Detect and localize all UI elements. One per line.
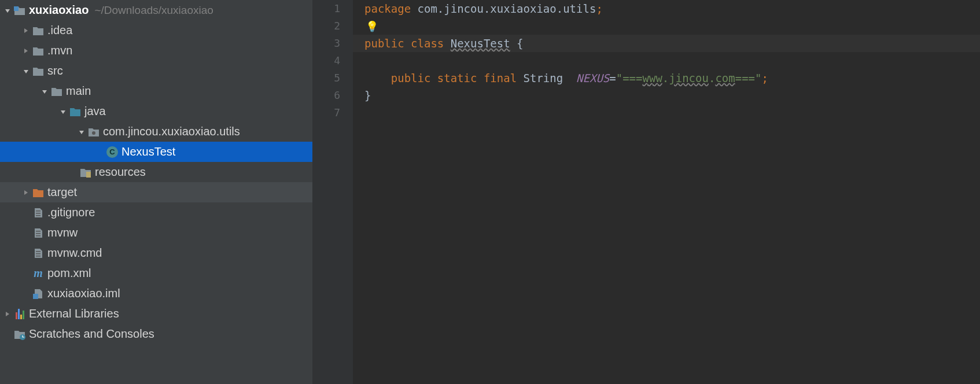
code-line-6: }: [364, 87, 980, 104]
string-part: .: [662, 72, 669, 84]
chevron-right-icon: [3, 310, 12, 318]
tree-row-mvnwcmd[interactable]: mvnw.cmd: [0, 243, 312, 263]
keyword-modifiers: public static final: [364, 72, 524, 84]
tree-item-label: NexusTest: [121, 145, 175, 158]
chevron-down-icon: [59, 108, 67, 116]
file-icon: [32, 248, 44, 259]
tree-row-java[interactable]: java: [0, 101, 312, 121]
tree-row-pom[interactable]: m pom.xml: [0, 263, 312, 283]
folder-icon: [51, 86, 62, 97]
code-line-3: public class NexusTest {: [364, 35, 980, 52]
string-quote: ": [616, 72, 622, 84]
class-name: NexusTest: [451, 37, 510, 50]
tree-row-mvnw[interactable]: mvnw: [0, 223, 312, 243]
tree-row-gitignore[interactable]: .gitignore: [0, 202, 312, 223]
tree-item-label: mvnw: [47, 226, 78, 239]
semicolon: ;: [761, 72, 768, 84]
tree-row-package[interactable]: com.jincou.xuxiaoxiao.utils: [0, 121, 312, 142]
svg-rect-2: [86, 172, 91, 178]
string-part: com: [715, 72, 735, 84]
equals-op: =: [609, 72, 616, 84]
svg-rect-11: [36, 256, 40, 257]
file-icon: [32, 207, 44, 219]
string-part: ===: [622, 72, 642, 84]
line-number: 1: [312, 0, 340, 17]
chevron-down-icon: [22, 67, 30, 75]
keyword-package: package: [364, 2, 418, 15]
project-root-label: xuxiaoxiao: [29, 3, 89, 17]
tree-item-label: External Libraries: [29, 307, 119, 320]
svg-rect-3: [36, 211, 40, 212]
code-line-7: [364, 104, 980, 121]
chevron-right-icon: [22, 47, 30, 55]
chevron-down-icon: [3, 6, 12, 14]
string-part: www: [643, 72, 662, 84]
tree-item-label: resources: [95, 165, 146, 179]
maven-icon: m: [32, 268, 44, 279]
folder-icon: [32, 25, 44, 36]
chevron-right-icon: [22, 189, 30, 197]
module-folder-icon: [14, 5, 25, 16]
tree-row-src[interactable]: src: [0, 61, 312, 81]
svg-rect-5: [36, 215, 40, 216]
file-icon: [32, 227, 44, 239]
line-number: 4: [312, 52, 340, 69]
svg-rect-12: [33, 294, 38, 299]
svg-rect-0: [14, 6, 19, 11]
tree-row-resources[interactable]: resources: [0, 162, 312, 182]
string-part: jincou: [669, 72, 709, 84]
tree-item-label: target: [47, 186, 77, 199]
chevron-down-icon: [78, 128, 86, 136]
tree-row-mvn[interactable]: .mvn: [0, 40, 312, 61]
folder-icon: [32, 45, 44, 57]
libraries-icon: [14, 308, 25, 320]
module-file-icon: [32, 288, 44, 300]
project-path-label: ~/Downloads/xuxiaoxiao: [94, 4, 213, 17]
tree-item-label: .gitignore: [47, 206, 95, 219]
line-number: 6: [312, 87, 340, 104]
svg-rect-6: [36, 231, 40, 232]
svg-rect-10: [36, 253, 40, 254]
string-part: .: [709, 72, 715, 84]
string-part: ===: [735, 72, 755, 84]
code-line-1: package com.jincou.xuxiaoxiao.utils;: [364, 0, 980, 17]
tree-row-target[interactable]: target: [0, 182, 312, 202]
tree-row-iml[interactable]: xuxiaoxiao.iml: [0, 283, 312, 304]
code-editor[interactable]: 💡 package com.jincou.xuxiaoxiao.utils; p…: [353, 0, 980, 384]
lightbulb-icon[interactable]: 💡: [366, 18, 378, 35]
tree-row-idea[interactable]: .idea: [0, 20, 312, 40]
tree-item-label: java: [84, 105, 106, 118]
project-tree: xuxiaoxiao ~/Downloads/xuxiaoxiao .idea …: [0, 0, 312, 344]
svg-rect-9: [36, 251, 40, 252]
tree-item-label: mvnw.cmd: [47, 246, 102, 260]
line-number: 3: [312, 35, 340, 52]
line-number: 2: [312, 17, 340, 35]
package-icon: [88, 126, 100, 138]
tree-item-label: .mvn: [47, 44, 72, 57]
project-tree-panel: xuxiaoxiao ~/Downloads/xuxiaoxiao .idea …: [0, 0, 312, 384]
svg-rect-8: [36, 235, 40, 237]
editor-gutter: 1 2 3 4 5 6 7: [312, 0, 353, 384]
keyword-class: public class: [364, 37, 451, 50]
scratches-icon: [14, 328, 25, 340]
resources-folder-icon: [80, 167, 91, 178]
code-line-5: public static final String NEXUS="===www…: [364, 69, 980, 87]
svg-point-1: [92, 131, 95, 135]
tree-item-label: main: [66, 84, 91, 98]
tree-item-label: .idea: [47, 24, 72, 37]
source-folder-icon: [69, 106, 81, 117]
tree-row-scratches[interactable]: Scratches and Consoles: [0, 324, 312, 344]
editor-area: 1 2 3 4 5 6 7 💡 package com.jincou.xuxia…: [312, 0, 980, 384]
brace-open: {: [510, 37, 524, 50]
svg-rect-4: [36, 213, 40, 214]
tree-row-main[interactable]: main: [0, 81, 312, 101]
tree-row-nexustest[interactable]: C NexusTest: [0, 142, 312, 162]
tree-item-label: Scratches and Consoles: [29, 327, 154, 341]
line-number: 5: [312, 69, 340, 87]
tree-row-project-root[interactable]: xuxiaoxiao ~/Downloads/xuxiaoxiao: [0, 0, 312, 20]
excluded-folder-icon: [32, 187, 44, 198]
semicolon: ;: [596, 2, 602, 15]
tree-item-label: src: [47, 64, 63, 77]
tree-item-label: pom.xml: [47, 267, 91, 280]
tree-row-external-libraries[interactable]: External Libraries: [0, 304, 312, 324]
